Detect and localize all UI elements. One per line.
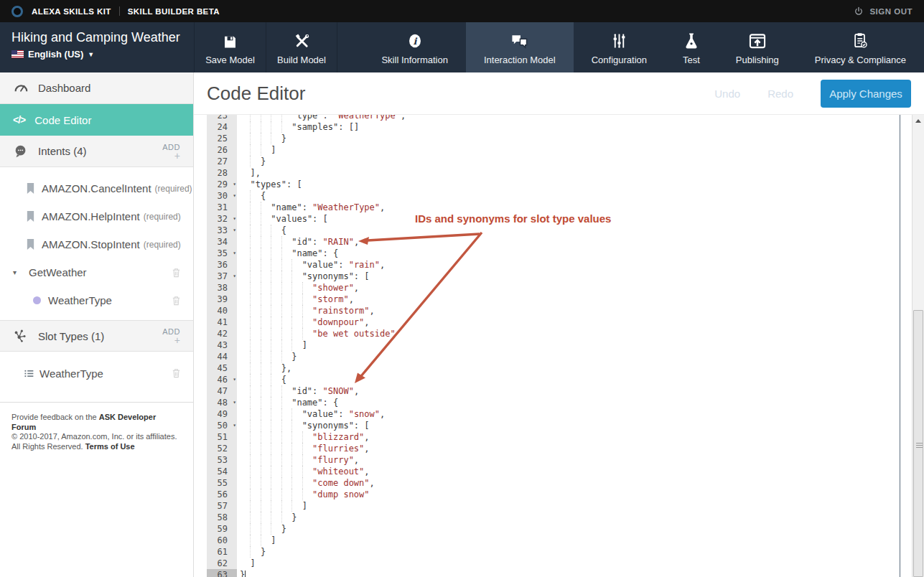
code-editor-area[interactable]: 23242526272829▾30▾3132▾33▾3435▾3637▾3839… (194, 115, 924, 577)
gutter-line: 46▾ (207, 374, 237, 385)
sliders-icon (611, 31, 627, 50)
build-icon (294, 31, 310, 50)
tab-label: Test (683, 55, 700, 65)
tab-test[interactable]: Test (665, 22, 718, 72)
tab-label: Privacy & Compliance (815, 55, 906, 65)
intent-list: AMAZON.CancelIntent(required)AMAZON.Help… (0, 167, 193, 314)
dashboard-label: Dashboard (38, 82, 90, 94)
add-slot-type-button[interactable]: ADD + (162, 327, 180, 344)
fold-caret-icon[interactable]: ▾ (233, 190, 236, 202)
tab-interaction-model[interactable]: Interaction Model (466, 22, 574, 72)
code-line: "storm", (240, 294, 912, 305)
scrollbar-thumb[interactable] (913, 310, 923, 577)
code-line: "rainstorm", (240, 305, 912, 316)
tab-configuration[interactable]: Configuration (574, 22, 665, 72)
code-line: "types": [ (240, 179, 912, 190)
required-label: (required) (155, 184, 192, 194)
code-editor-label: Code Editor (34, 114, 91, 126)
code-line: "flurry", (240, 454, 912, 466)
tab-label: Publishing (736, 55, 779, 65)
required-label: (required) (144, 212, 181, 222)
sidebar-section-intents[interactable]: Intents (4) ADD + (0, 136, 193, 167)
code-line: "whiteout", (240, 466, 912, 477)
trash-icon[interactable] (171, 267, 182, 278)
fold-caret-icon[interactable]: ▾ (233, 397, 236, 408)
intent-name: AMAZON.HelpIntent (42, 210, 140, 222)
code-line: "synonyms": [ (240, 271, 912, 282)
gutter-line: 27 (207, 156, 237, 167)
fold-caret-icon[interactable]: ▾ (233, 271, 236, 282)
nav-spacer (337, 22, 363, 72)
feedback-text: Provide feedback on the (11, 413, 99, 421)
gutter-line: 49 (207, 408, 237, 420)
sidebar-item-getweather[interactable]: ▾GetWeather (0, 258, 193, 286)
triangle-up-icon (915, 119, 921, 123)
apply-changes-button[interactable]: Apply Changes (821, 80, 911, 108)
scrollbar-up-button[interactable] (913, 115, 924, 127)
add-intent-button[interactable]: ADD + (162, 143, 180, 160)
terms-of-use-link[interactable]: Terms of Use (85, 442, 135, 451)
fold-caret-icon[interactable]: ▾ (233, 420, 236, 431)
gutter-line: 54 (207, 466, 237, 477)
sidebar: Dashboard </> Code Editor Intents (4) AD… (0, 72, 194, 577)
fold-caret-icon[interactable]: ▾ (233, 213, 236, 225)
sidebar-item-weathertype[interactable]: WeatherType (0, 286, 193, 314)
gutter-lines: 23242526272829▾30▾3132▾33▾3435▾3637▾3839… (207, 115, 237, 577)
rights-text: All Rights Reserved. (11, 442, 85, 451)
intents-header-label: Intents (4) (38, 145, 87, 157)
fold-caret-icon[interactable]: ▾ (233, 225, 236, 236)
gutter-line: 59 (207, 523, 237, 535)
code-line: "id": "SNOW", (240, 385, 912, 397)
undo-button[interactable]: Undo (714, 88, 740, 100)
model-button-build-model[interactable]: Build Model (266, 22, 337, 72)
top-bar: ALEXA SKILLS KIT SKILL BUILDER BETA SIGN… (0, 0, 924, 22)
code-line: ] (240, 535, 912, 546)
sign-out-button[interactable]: SIGN OUT (854, 6, 913, 17)
info-icon: i (407, 31, 423, 50)
skill-builder-beta-label: SKILL BUILDER BETA (128, 7, 220, 16)
slot-type-list: WeatherType (0, 352, 193, 395)
code-line: "downpour", (240, 316, 912, 328)
chevron-down-icon[interactable]: ▾ (13, 268, 29, 276)
code-icon: </> (13, 114, 25, 126)
tab-skill-information[interactable]: iSkill Information (363, 22, 465, 72)
editor-text-pane[interactable]: "type": "WeatherType","samples": []}]}],… (237, 115, 912, 577)
gutter-line: 42 (207, 328, 237, 339)
fold-caret-icon[interactable]: ▾ (233, 179, 236, 190)
fold-caret-icon[interactable]: ▾ (233, 374, 236, 385)
sidebar-item-amazon-helpintent[interactable]: AMAZON.HelpIntent(required) (0, 202, 193, 230)
sidebar-item-amazon-stopintent[interactable]: AMAZON.StopIntent(required) (0, 230, 193, 258)
brand-title: ALEXA SKILLS KIT (32, 7, 111, 16)
model-button-save-model[interactable]: Save Model (194, 22, 266, 72)
skill-header: Hiking and Camping Weather English (US) … (0, 22, 194, 72)
code-line: ] (240, 339, 912, 351)
sidebar-section-slot-types[interactable]: Slot Types (1) ADD + (0, 320, 193, 352)
trash-icon[interactable] (171, 295, 182, 306)
gutter-line: 48▾ (207, 397, 237, 408)
sidebar-item-slot-weathertype[interactable]: WeatherType (0, 352, 193, 395)
sidebar-item-amazon-cancelintent[interactable]: AMAZON.CancelIntent(required) (0, 174, 193, 202)
code-line: } (240, 133, 912, 144)
code-line: { (240, 190, 912, 202)
gutter-line: 40 (207, 305, 237, 316)
fold-caret-icon[interactable]: ▾ (233, 248, 236, 259)
trash-icon[interactable] (171, 367, 182, 379)
plus-icon: + (162, 151, 180, 160)
gutter-line: 62 (207, 558, 237, 569)
text-cursor (245, 571, 246, 577)
tab-privacy-compliance[interactable]: Privacy & Compliance (797, 22, 924, 72)
code-line: ] (240, 500, 912, 512)
plus-icon: + (162, 336, 180, 344)
gutter-line: 55 (207, 477, 237, 489)
vertical-scrollbar[interactable] (912, 115, 924, 577)
redo-button[interactable]: Redo (767, 88, 793, 100)
sidebar-item-code-editor[interactable]: </> Code Editor (0, 104, 193, 136)
intent-name: AMAZON.CancelIntent (42, 182, 151, 194)
intent-name: GetWeather (29, 266, 87, 278)
slot-name: WeatherType (48, 294, 112, 306)
tab-publishing[interactable]: Publishing (718, 22, 797, 72)
required-label: (required) (144, 240, 181, 250)
skill-title: Hiking and Camping Weather (11, 30, 194, 45)
sidebar-item-dashboard[interactable]: Dashboard (0, 72, 193, 104)
locale-selector[interactable]: English (US) ▼ (11, 49, 194, 60)
